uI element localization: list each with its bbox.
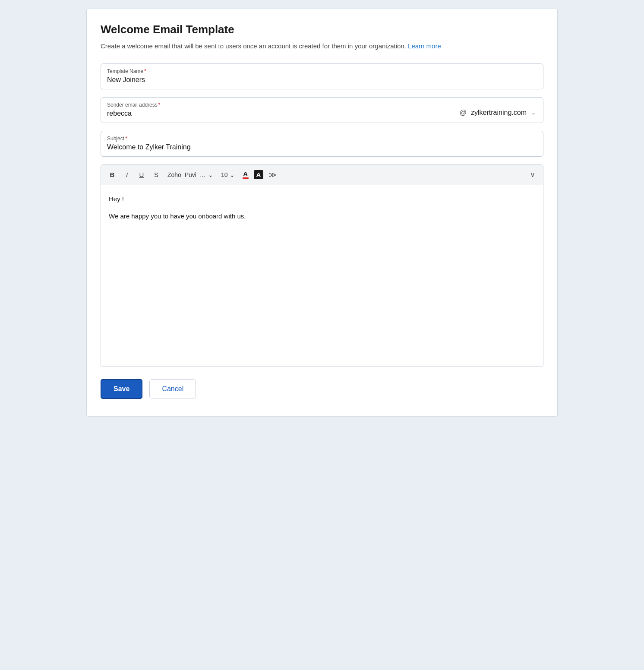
bold-button[interactable]: B xyxy=(106,169,118,181)
font-name-value: Zoho_Puvi_R... xyxy=(167,171,206,178)
email-editor: B I U S Zoho_Puvi_R... ⌄ 10 ⌄ A xyxy=(101,164,543,367)
subject-required-star: * xyxy=(125,136,127,142)
cancel-button[interactable]: Cancel xyxy=(149,379,196,398)
editor-toolbar: B I U S Zoho_Puvi_R... ⌄ 10 ⌄ A xyxy=(101,165,543,185)
save-button[interactable]: Save xyxy=(101,379,142,399)
underline-button[interactable]: U xyxy=(136,169,148,181)
sender-local-value[interactable]: rebecca xyxy=(107,110,455,117)
editor-body[interactable]: Hey ! We are happy you to have you onboa… xyxy=(101,185,543,367)
template-name-value[interactable]: New Joiners xyxy=(107,76,537,84)
editor-line-1: Hey ! xyxy=(109,194,535,204)
sender-email-label: Sender email address* xyxy=(107,102,455,108)
template-name-label: Template Name* xyxy=(107,68,537,74)
sender-email-required-star: * xyxy=(158,102,161,108)
domain-select[interactable]: zylkertraining.com ⌄ xyxy=(471,109,537,117)
more-icon: ≫ xyxy=(268,170,277,180)
sender-email-field: Sender email address* rebecca @ zylkertr… xyxy=(101,97,543,123)
template-name-field: Template Name* New Joiners xyxy=(101,63,543,89)
editor-line-2: We are happy you to have you onboard wit… xyxy=(109,211,535,221)
font-color-bar xyxy=(243,177,249,179)
font-size-value: 10 xyxy=(221,171,228,178)
learn-more-link[interactable]: Learn more xyxy=(408,42,441,50)
subject-value[interactable]: Welcome to Zylker Training xyxy=(107,143,537,151)
font-color-button[interactable]: A xyxy=(240,170,251,180)
font-color-letter: A xyxy=(243,171,248,177)
page-title: Welcome Email Template xyxy=(101,23,543,36)
font-name-select[interactable]: Zoho_Puvi_R... ⌄ xyxy=(165,170,216,180)
strikethrough-button[interactable]: S xyxy=(150,169,162,181)
sender-input-wrap: Sender email address* rebecca xyxy=(107,102,455,117)
italic-button[interactable]: I xyxy=(121,169,133,181)
template-name-required-star: * xyxy=(144,68,146,74)
page-container: Welcome Email Template Create a welcome … xyxy=(86,9,558,417)
toolbar-collapse-button[interactable]: ∨ xyxy=(527,169,538,180)
font-highlight-letter: A xyxy=(256,171,261,178)
description-text: Create a welcome email that will be sent… xyxy=(101,42,406,50)
subject-label: Subject* xyxy=(107,136,537,142)
font-highlight-button[interactable]: A xyxy=(254,170,264,179)
page-description: Create a welcome email that will be sent… xyxy=(101,41,543,51)
font-name-chevron-icon: ⌄ xyxy=(208,171,213,178)
font-size-select[interactable]: 10 ⌄ xyxy=(218,170,237,180)
domain-chevron-icon: ⌄ xyxy=(530,109,537,116)
domain-value: zylkertraining.com xyxy=(471,109,527,117)
at-symbol: @ xyxy=(460,109,467,117)
more-button[interactable]: ≫ xyxy=(266,168,279,181)
collapse-icon: ∨ xyxy=(530,171,535,179)
font-size-chevron-icon: ⌄ xyxy=(230,171,235,178)
subject-field: Subject* Welcome to Zylker Training xyxy=(101,131,543,157)
action-buttons: Save Cancel xyxy=(101,379,543,399)
